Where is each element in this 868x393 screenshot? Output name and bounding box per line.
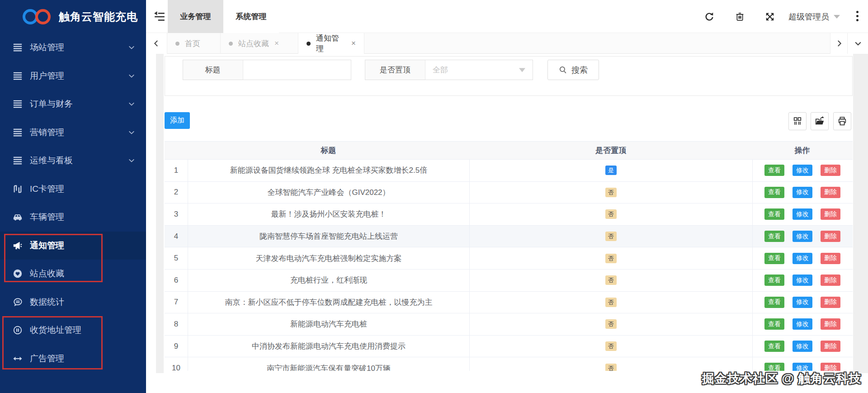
delete-button[interactable]: 删除 [821, 187, 840, 198]
view-button[interactable]: 查看 [764, 275, 784, 286]
sidebar-item-ops-board[interactable]: 运维与看板 [0, 147, 146, 175]
header-tab-system[interactable]: 系统管理 [223, 0, 279, 33]
delete-button[interactable]: 删除 [821, 275, 840, 286]
delete-button[interactable]: 删除 [821, 165, 840, 176]
pinned-badge: 否 [605, 341, 617, 351]
sidebar-item-order-finance[interactable]: 订单与财务 [0, 90, 146, 118]
edit-button[interactable]: 修改 [793, 275, 812, 286]
page-tab-notice[interactable]: 通知管理× [298, 33, 364, 54]
page-tab-sitefav[interactable]: 站点收藏× [221, 33, 298, 54]
brand-logo-icon [23, 8, 52, 25]
delete-button[interactable]: 删除 [821, 297, 840, 308]
pinned-badge: 否 [605, 319, 617, 329]
title-filter-input[interactable] [243, 60, 351, 80]
view-button[interactable]: 查看 [764, 208, 784, 220]
refresh-icon[interactable] [704, 12, 714, 22]
sidebar-item-ic-card[interactable]: IC卡管理 [0, 175, 146, 204]
delete-button[interactable]: 删除 [821, 318, 840, 330]
collapse-sidebar-icon[interactable] [153, 11, 166, 23]
print-button[interactable] [833, 112, 851, 130]
delete-button[interactable]: 删除 [821, 231, 840, 242]
table-row: 2全球智能汽车产业峰会（GIV2022）否查看修改删除 [165, 182, 853, 204]
row-actions-cell: 查看修改删除 [752, 247, 852, 269]
sidebar-item-notice[interactable]: 通知管理 [0, 232, 146, 260]
edit-button[interactable]: 修改 [793, 165, 812, 176]
car-icon [12, 212, 24, 223]
view-button[interactable]: 查看 [764, 363, 784, 371]
chevron-down-icon [128, 100, 135, 108]
delete-button[interactable]: 删除 [821, 253, 840, 264]
row-actions-cell: 查看修改删除 [752, 182, 852, 204]
sidebar-item-vehicle[interactable]: 车辆管理 [0, 203, 146, 232]
row-index: 7 [165, 298, 188, 307]
delete-button[interactable]: 删除 [821, 341, 840, 352]
view-button[interactable]: 查看 [764, 231, 784, 242]
add-button[interactable]: 添加 [165, 112, 190, 129]
pinned-badge: 否 [605, 275, 617, 285]
delete-button[interactable]: 删除 [821, 208, 840, 220]
double-arrow-icon [12, 353, 24, 364]
notice-table: 标题 是否置顶 操作 1新能源设备国货继续领跑全球 充电桩全球买家数增长2.5倍… [165, 141, 853, 371]
sidebar-item-label: IC卡管理 [30, 183, 64, 195]
row-pinned-cell: 否 [469, 292, 752, 313]
row-pinned-cell: 否 [469, 357, 752, 371]
export-button[interactable] [811, 112, 829, 130]
view-button[interactable]: 查看 [764, 165, 784, 176]
header-tab-business[interactable]: 业务管理 [168, 0, 223, 33]
tab-dot-icon [175, 42, 179, 46]
sidebar-item-data-stats[interactable]: 数据统计 [0, 288, 146, 317]
fullscreen-icon[interactable] [765, 12, 775, 22]
top-filter-select[interactable]: 全部 [425, 60, 533, 80]
edit-button[interactable]: 修改 [793, 297, 812, 308]
view-button[interactable]: 查看 [764, 187, 784, 198]
table-header-row: 标题 是否置顶 操作 [165, 142, 853, 160]
user-menu[interactable]: 超级管理员 [788, 0, 840, 33]
sidebar-item-label: 站点收藏 [30, 268, 64, 279]
ic-card-icon [12, 184, 24, 194]
tab-close-icon[interactable]: × [274, 39, 279, 48]
sidebar-item-station-mgmt[interactable]: 场站管理 [0, 33, 146, 62]
view-button[interactable]: 查看 [764, 318, 784, 330]
top-filter-group: 是否置顶 全部 [365, 60, 533, 80]
edit-button[interactable]: 修改 [793, 341, 812, 352]
row-actions-cell: 查看修改删除 [752, 204, 852, 225]
page-tab-label: 首页 [185, 38, 200, 49]
table-row: 10南宁市新能源汽车保有量突破10万辆否查看修改删除 [165, 357, 853, 371]
edit-button[interactable]: 修改 [793, 318, 812, 330]
trash-icon[interactable] [735, 12, 745, 22]
edit-button[interactable]: 修改 [793, 208, 812, 220]
heart-circle-icon [12, 268, 24, 279]
column-settings-button[interactable] [788, 112, 807, 130]
view-button[interactable]: 查看 [764, 253, 784, 264]
more-options-icon[interactable] [856, 11, 859, 23]
row-pinned-cell: 否 [469, 204, 752, 225]
row-title: 南京：新小区应不低于停车位数两成配建充电桩，以慢充为主 [188, 292, 469, 313]
sidebar: 触角云智能充电 场站管理用户管理订单与财务营销管理运维与看板IC卡管理车辆管理通… [0, 0, 146, 393]
row-title: 最新！涉及扬州小区安装充电桩！ [188, 204, 469, 225]
delete-button[interactable]: 删除 [821, 363, 840, 371]
sidebar-item-marketing[interactable]: 营销管理 [0, 118, 146, 147]
view-button[interactable]: 查看 [764, 297, 784, 308]
edit-button[interactable]: 修改 [793, 187, 812, 198]
sidebar-item-address-mgmt[interactable]: 收货地址管理 [0, 316, 146, 345]
search-button[interactable]: 搜索 [547, 60, 599, 80]
edit-button[interactable]: 修改 [793, 231, 812, 242]
sidebar-item-site-fav[interactable]: 站点收藏 [0, 260, 146, 288]
tabs-dropdown[interactable] [847, 33, 868, 54]
pinned-badge: 否 [605, 188, 617, 197]
sidebar-item-user-mgmt[interactable]: 用户管理 [0, 62, 146, 90]
page-tab-label: 通知管理 [316, 33, 346, 54]
row-pinned-cell: 否 [469, 336, 752, 357]
row-title: 天津发布电动汽车充电桩强制检定实施方案 [188, 247, 469, 269]
page-tab-home[interactable]: 首页 [167, 33, 221, 54]
user-caret-icon [834, 15, 840, 19]
tabs-scroll-left[interactable] [146, 33, 167, 54]
edit-button[interactable]: 修改 [793, 363, 812, 371]
view-button[interactable]: 查看 [764, 341, 784, 352]
sidebar-item-ad-mgmt[interactable]: 广告管理 [0, 345, 146, 373]
select-caret-icon [519, 68, 525, 72]
sidebar-item-label: 广告管理 [30, 353, 64, 365]
edit-button[interactable]: 修改 [793, 253, 812, 264]
tabs-scroll-right[interactable] [830, 33, 847, 54]
tab-close-icon[interactable]: × [351, 39, 356, 48]
